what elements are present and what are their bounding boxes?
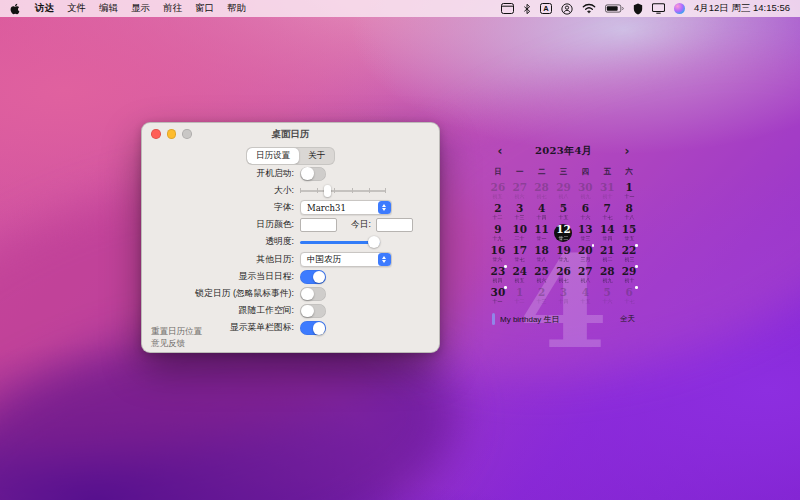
day-cell[interactable]: 7十七 [596, 201, 618, 222]
day-cell[interactable]: 29初十 [618, 264, 640, 285]
day-cell[interactable]: 30十一 [487, 285, 509, 306]
day-cell[interactable]: 13廿三 [574, 222, 596, 243]
day-cell[interactable]: 27初六 [509, 180, 531, 201]
menubar-clock[interactable]: 4月12日 周三 14:15:56 [694, 2, 790, 15]
day-cell[interactable]: 8十八 [618, 201, 640, 222]
security-icon[interactable] [633, 2, 643, 15]
day-cell[interactable]: 9十九 [487, 222, 509, 243]
day-cell[interactable]: 10二十 [509, 222, 531, 243]
day-cell[interactable]: 23初四 [487, 264, 509, 285]
footer-links: 重置日历位置 意见反馈 [151, 326, 202, 349]
siri-icon[interactable] [674, 3, 685, 14]
reset-position-link[interactable]: 重置日历位置 [151, 326, 202, 338]
close-button[interactable] [151, 129, 161, 139]
day-cell[interactable]: 5十五 [553, 201, 575, 222]
menu-item-6[interactable]: 窗口 [195, 2, 214, 15]
menu-item-3[interactable]: 编辑 [99, 2, 118, 15]
day-cell[interactable]: 6十六 [574, 201, 596, 222]
other-calendar-dropdown[interactable]: 中国农历 [300, 252, 392, 267]
lunar-label: 十三 [515, 215, 525, 220]
day-cell[interactable]: 26初七 [553, 264, 575, 285]
follow-spaces-toggle[interactable] [300, 304, 326, 318]
day-cell[interactable]: 2十二 [487, 201, 509, 222]
day-number: 28 [600, 266, 615, 277]
size-slider[interactable] [300, 185, 386, 197]
opacity-label: 透明度: [142, 236, 300, 248]
day-cell[interactable]: 3十三 [509, 201, 531, 222]
menu-item-2[interactable]: 文件 [67, 2, 86, 15]
minimize-button[interactable] [167, 129, 177, 139]
day-cell[interactable]: 22初三 [618, 243, 640, 264]
day-cell[interactable]: 30初九 [574, 180, 596, 201]
lock-calendar-toggle[interactable] [300, 287, 326, 301]
weekday-label: 一 [509, 167, 531, 177]
day-cell[interactable]: 29初八 [553, 180, 575, 201]
font-dropdown[interactable]: March31 [300, 200, 392, 215]
window-titlebar[interactable]: 桌面日历 [142, 123, 439, 145]
tab-about[interactable]: 关于 [299, 148, 334, 164]
menu-item-1[interactable]: 访达 [35, 2, 54, 15]
apple-menu-icon[interactable] [10, 3, 20, 15]
day-cell[interactable]: 1十一 [618, 180, 640, 201]
day-cell[interactable]: 28初九 [596, 264, 618, 285]
menu-item-7[interactable]: 帮助 [227, 2, 246, 15]
menu-item-4[interactable]: 显示 [131, 2, 150, 15]
show-today-events-toggle[interactable] [300, 270, 326, 284]
menu-item-5[interactable]: 前往 [163, 2, 182, 15]
menubar-icon-toggle[interactable] [300, 321, 326, 335]
input-source-icon[interactable]: A [540, 3, 552, 14]
weekday-label: 四 [574, 167, 596, 177]
tab-calendar-settings[interactable]: 日历设置 [247, 148, 299, 164]
day-cell[interactable]: 18廿八 [531, 243, 553, 264]
day-cell[interactable]: 28初七 [531, 180, 553, 201]
feedback-link[interactable]: 意见反馈 [151, 338, 202, 350]
lunar-label: 十二 [493, 215, 503, 220]
day-number: 24 [512, 266, 527, 277]
day-cell[interactable]: 24初五 [509, 264, 531, 285]
day-cell[interactable]: 15廿五 [618, 222, 640, 243]
prev-month-button[interactable]: ‹ [493, 145, 507, 157]
today-color-well[interactable] [376, 218, 413, 232]
day-cell[interactable]: 31初十 [596, 180, 618, 201]
day-cell[interactable]: 27初八 [574, 264, 596, 285]
day-cell[interactable]: 4十四 [531, 201, 553, 222]
lunar-label: 十四 [537, 215, 547, 220]
day-cell[interactable]: 11廿一 [531, 222, 553, 243]
event-row[interactable]: My birthday 生日 全天 [487, 313, 640, 325]
opacity-slider[interactable] [300, 236, 380, 249]
day-number: 18 [534, 245, 549, 256]
calendar-menubar-icon[interactable] [501, 2, 514, 15]
day-cell[interactable]: 3十四 [553, 285, 575, 306]
battery-icon[interactable] [605, 2, 624, 15]
size-slider-thumb[interactable] [324, 185, 331, 197]
day-cell[interactable]: 16廿六 [487, 243, 509, 264]
day-cell[interactable]: 26初五 [487, 180, 509, 201]
day-cell[interactable]: 21初二 [596, 243, 618, 264]
calendar-color-well[interactable] [300, 218, 337, 232]
lunar-label: 初六 [515, 194, 525, 199]
row-size: 大小: [142, 182, 439, 199]
day-cell[interactable]: 1十二 [509, 285, 531, 306]
day-cell[interactable]: 5十六 [596, 285, 618, 306]
day-cell[interactable]: 25初六 [531, 264, 553, 285]
day-cell[interactable]: 4十五 [574, 285, 596, 306]
day-cell[interactable]: 17廿七 [509, 243, 531, 264]
next-month-button[interactable]: › [620, 145, 634, 157]
day-number: 19 [556, 245, 571, 256]
bluetooth-icon[interactable] [523, 2, 531, 15]
day-cell[interactable]: 14廿四 [596, 222, 618, 243]
launch-at-login-toggle[interactable] [300, 167, 326, 181]
day-cell[interactable]: 6十七 [618, 285, 640, 306]
wifi-icon[interactable] [582, 2, 596, 15]
weekday-label: 三 [553, 167, 575, 177]
weekday-label: 日 [487, 167, 509, 177]
day-number: 8 [625, 203, 632, 214]
day-cell[interactable]: 12廿二 [553, 222, 575, 243]
opacity-slider-thumb[interactable] [368, 236, 380, 248]
day-cell[interactable]: 20三月 [574, 243, 596, 264]
display-icon[interactable] [652, 2, 665, 15]
user-icon[interactable] [561, 2, 573, 15]
lunar-label: 三月 [580, 257, 590, 262]
day-cell[interactable]: 2十三 [531, 285, 553, 306]
day-cell[interactable]: 19廿九 [553, 243, 575, 264]
